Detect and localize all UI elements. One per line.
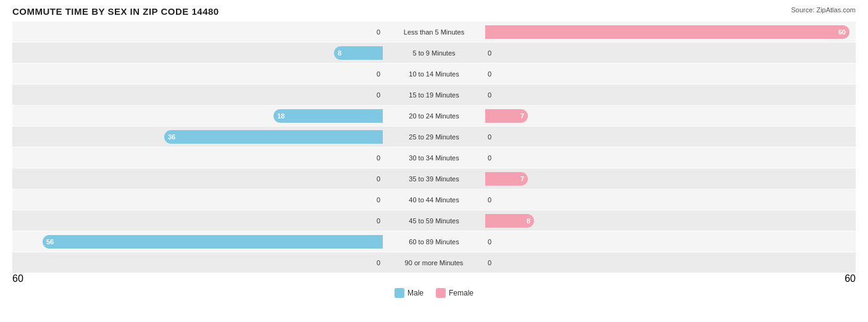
male-bar: 8	[334, 46, 383, 60]
table-row: 3625 to 29 Minutes0	[12, 126, 856, 147]
bar-label: 5 to 9 Minutes	[383, 49, 485, 57]
left-section: 0	[12, 210, 383, 231]
table-row: 040 to 44 Minutes0	[12, 189, 856, 210]
source-text: Source: ZipAtlas.com	[791, 6, 856, 14]
bar-label: 90 or more Minutes	[383, 259, 485, 266]
left-section: 0	[12, 252, 383, 273]
male-value-inside: 36	[168, 133, 175, 141]
female-value-inside: 60	[838, 28, 846, 36]
legend-male-box	[394, 288, 404, 298]
bar-label: 10 to 14 Minutes	[383, 70, 485, 78]
legend-female: Female	[436, 288, 474, 298]
table-row: 015 to 19 Minutes0	[12, 85, 856, 105]
male-value-zero: 0	[377, 196, 380, 204]
chart-title: COMMUTE TIME BY SEX IN ZIP CODE 14480	[12, 6, 219, 17]
male-value-inside: 8	[338, 49, 341, 57]
female-value-zero: 0	[488, 133, 491, 141]
chart-container: COMMUTE TIME BY SEX IN ZIP CODE 14480 So…	[0, 0, 868, 322]
right-section: 0	[485, 147, 856, 168]
bar-label: 35 to 39 Minutes	[383, 175, 485, 183]
female-bar: 8	[485, 214, 534, 228]
right-section: 0	[485, 43, 856, 63]
female-value-inside: 7	[520, 112, 524, 120]
female-bar: 60	[485, 25, 849, 39]
right-section: 0	[485, 189, 856, 210]
left-section: 0	[12, 147, 383, 168]
male-value-zero: 0	[377, 217, 380, 225]
table-row: 030 to 34 Minutes0	[12, 147, 856, 168]
bar-label: 30 to 34 Minutes	[383, 154, 485, 162]
right-section: 8	[485, 210, 856, 231]
axis-left: 60	[12, 273, 384, 284]
axis-left-value: 60	[12, 273, 23, 284]
legend-male-label: Male	[407, 289, 424, 297]
right-section: 0	[485, 231, 856, 252]
female-value-zero: 0	[488, 238, 491, 246]
male-bar: 36	[164, 130, 383, 144]
male-bar: 56	[43, 235, 383, 249]
right-section: 60	[485, 22, 856, 42]
legend: Male Female	[12, 288, 856, 298]
left-section: 56	[12, 231, 383, 252]
axis-right: 60	[484, 273, 856, 284]
male-bar: 18	[273, 109, 383, 123]
bar-label: 60 to 89 Minutes	[383, 238, 485, 246]
female-value-zero: 0	[488, 91, 491, 99]
right-section: 0	[485, 252, 856, 273]
male-value-zero: 0	[377, 175, 380, 183]
female-value-zero: 0	[488, 259, 491, 266]
male-value-zero: 0	[377, 154, 380, 162]
table-row: 035 to 39 Minutes7	[12, 168, 856, 189]
table-row: 1820 to 24 Minutes7	[12, 105, 856, 126]
female-value-zero: 0	[488, 196, 491, 204]
right-section: 0	[485, 126, 856, 147]
table-row: 090 or more Minutes0	[12, 252, 856, 273]
male-value-inside: 18	[277, 112, 285, 120]
female-bar: 7	[485, 109, 528, 123]
title-row: COMMUTE TIME BY SEX IN ZIP CODE 14480 So…	[12, 6, 856, 17]
bar-label: 45 to 59 Minutes	[383, 217, 485, 225]
table-row: 010 to 14 Minutes0	[12, 64, 856, 84]
left-section: 0	[12, 189, 383, 210]
female-value-zero: 0	[488, 70, 491, 78]
left-section: 0	[12, 168, 383, 189]
male-value-zero: 0	[377, 259, 380, 266]
left-section: 8	[12, 43, 383, 63]
table-row: 5660 to 89 Minutes0	[12, 231, 856, 252]
female-bar: 7	[485, 172, 528, 186]
bar-label: Less than 5 Minutes	[383, 28, 485, 36]
table-row: 045 to 59 Minutes8	[12, 210, 856, 231]
right-section: 7	[485, 168, 856, 189]
male-value-inside: 56	[46, 238, 54, 246]
table-row: 85 to 9 Minutes0	[12, 43, 856, 63]
left-section: 0	[12, 64, 383, 84]
male-value-zero: 0	[377, 91, 380, 99]
bar-label: 15 to 19 Minutes	[383, 91, 485, 99]
bar-label: 20 to 24 Minutes	[383, 112, 485, 120]
right-section: 0	[485, 64, 856, 84]
left-section: 18	[12, 105, 383, 126]
left-section: 36	[12, 126, 383, 147]
table-row: 0Less than 5 Minutes60	[12, 22, 856, 42]
male-value-zero: 0	[377, 70, 380, 78]
bar-label: 40 to 44 Minutes	[383, 196, 485, 204]
chart-area: 0Less than 5 Minutes6085 to 9 Minutes001…	[12, 22, 856, 273]
left-section: 0	[12, 22, 383, 42]
female-value-inside: 8	[527, 217, 530, 225]
male-value-zero: 0	[377, 28, 380, 36]
legend-male: Male	[394, 288, 424, 298]
bar-label: 25 to 29 Minutes	[383, 133, 485, 141]
female-value-zero: 0	[488, 154, 491, 162]
axis-right-value: 60	[845, 273, 856, 284]
female-value-zero: 0	[488, 49, 491, 57]
right-section: 7	[485, 105, 856, 126]
left-section: 0	[12, 85, 383, 105]
right-section: 0	[485, 85, 856, 105]
legend-female-label: Female	[449, 289, 474, 297]
axis-row: 60 60	[12, 273, 856, 284]
female-value-inside: 7	[520, 175, 524, 183]
legend-female-box	[436, 288, 446, 298]
